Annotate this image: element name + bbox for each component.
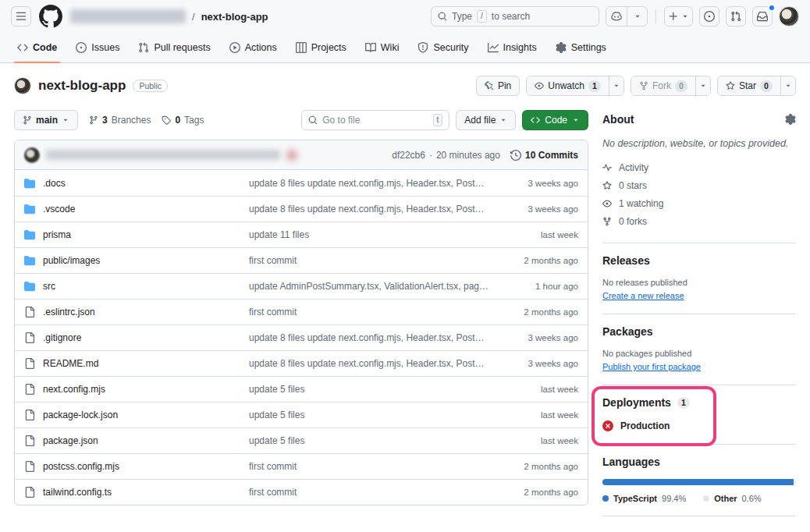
language-legend-typescript[interactable]: TypeScript99.4% bbox=[602, 494, 686, 503]
repo-owner-avatar[interactable] bbox=[14, 77, 31, 94]
redacted-commit-message[interactable] bbox=[46, 150, 280, 160]
about-meta-list: Activity0 stars1 watching0 forks bbox=[602, 158, 796, 230]
latest-commit-bar: df22cb6 · 20 minutes ago 10 Commits bbox=[15, 140, 588, 170]
tab-label: Pull requests bbox=[154, 42, 210, 53]
tab-insights[interactable]: Insights bbox=[481, 33, 543, 62]
repo-title[interactable]: next-blog-app bbox=[38, 78, 126, 94]
about-meta-0-forks[interactable]: 0 forks bbox=[602, 212, 796, 230]
tab-security[interactable]: Security bbox=[411, 33, 474, 62]
branches-link[interactable]: 3 Branches bbox=[83, 115, 157, 126]
file-link-package-lock.json[interactable]: package-lock.json bbox=[24, 410, 249, 420]
repo-actions: Pin Unwatch 1 Fork 0 Star 0 bbox=[476, 76, 796, 96]
file-icon bbox=[24, 461, 35, 472]
star-button[interactable]: Star 0 bbox=[718, 76, 780, 95]
file-link-next.config.mjs[interactable]: next.config.mjs bbox=[24, 384, 249, 395]
file-link-tailwind.config.ts[interactable]: tailwind.config.ts bbox=[24, 487, 249, 498]
tab-code[interactable]: Code bbox=[11, 33, 63, 62]
branch-toolbar: main 3 Branches 0 Tags t Add f bbox=[14, 110, 588, 130]
watch-dropdown-button[interactable] bbox=[609, 76, 623, 95]
folder-link-.docs[interactable]: .docs bbox=[24, 178, 249, 189]
file-link-postcss.config.mjs[interactable]: postcss.config.mjs bbox=[24, 461, 249, 472]
git-pull-request-icon bbox=[730, 11, 741, 22]
commit-message-link[interactable]: update 5 files bbox=[249, 410, 499, 420]
language-legend-other[interactable]: Other0.6% bbox=[703, 494, 761, 503]
copilot-icon bbox=[611, 11, 622, 22]
github-logo[interactable] bbox=[39, 5, 62, 28]
add-file-button[interactable]: Add file bbox=[456, 110, 516, 130]
file-link-package.json[interactable]: package.json bbox=[24, 435, 249, 446]
tag-icon bbox=[162, 115, 171, 125]
folder-link-prisma[interactable]: prisma bbox=[24, 229, 249, 240]
file-link-.gitignore[interactable]: .gitignore bbox=[24, 332, 249, 343]
folder-link-.vscode[interactable]: .vscode bbox=[24, 204, 249, 215]
star-dropdown-button[interactable] bbox=[780, 76, 795, 95]
tags-label: Tags bbox=[184, 115, 204, 126]
commit-hash-link[interactable]: df22cb6 bbox=[392, 150, 425, 161]
branch-selector-button[interactable]: main bbox=[14, 110, 78, 130]
tab-label: Insights bbox=[503, 42, 537, 53]
pin-icon bbox=[485, 81, 494, 90]
pin-button[interactable]: Pin bbox=[476, 76, 520, 96]
user-avatar[interactable] bbox=[779, 6, 799, 27]
global-search-input[interactable]: Type / to search bbox=[431, 6, 599, 27]
issues-global-button[interactable] bbox=[699, 6, 719, 27]
tab-label: Issues bbox=[91, 42, 119, 53]
tags-link[interactable]: 0 Tags bbox=[162, 115, 210, 126]
tab-label: Actions bbox=[245, 42, 277, 53]
about-meta-1-watching[interactable]: 1 watching bbox=[602, 194, 796, 212]
tab-pull-requests[interactable]: Pull requests bbox=[132, 33, 216, 62]
commit-message-link[interactable]: update 8 files update next.config.mjs, H… bbox=[249, 204, 499, 215]
about-meta-activity[interactable]: Activity bbox=[602, 158, 796, 176]
entry-name: postcss.config.mjs bbox=[43, 461, 119, 472]
inbox-wrapper bbox=[752, 6, 773, 27]
folder-link-public/images[interactable]: public/images bbox=[24, 255, 249, 266]
commit-message-link[interactable]: update AdminPostSummary.tsx, ValidationA… bbox=[249, 281, 499, 292]
unwatch-button[interactable]: Unwatch 1 bbox=[527, 76, 609, 95]
file-link-.eslintrc.json[interactable]: .eslintrc.json bbox=[24, 307, 249, 317]
copilot-button[interactable] bbox=[606, 7, 627, 26]
code-dropdown-button[interactable]: Code bbox=[522, 110, 588, 130]
commit-message-link[interactable]: update 5 files bbox=[249, 384, 499, 395]
about-meta-0-stars[interactable]: 0 stars bbox=[602, 176, 796, 194]
publish-package-link[interactable]: Publish your first package bbox=[602, 362, 701, 371]
entry-name: prisma bbox=[43, 229, 71, 240]
commit-message-link[interactable]: update 8 files update next.config.mjs, H… bbox=[249, 358, 499, 369]
deployment-production[interactable]: Production bbox=[602, 420, 796, 431]
commit-message-link[interactable]: first commit bbox=[249, 461, 499, 472]
commit-message-link[interactable]: update 5 files bbox=[249, 435, 499, 446]
breadcrumb-repo-link[interactable]: next-blog-app bbox=[201, 11, 268, 23]
tab-projects[interactable]: Projects bbox=[290, 33, 353, 62]
create-release-link[interactable]: Create a new release bbox=[602, 291, 684, 300]
commit-message-link[interactable]: update 8 files update next.config.mjs, H… bbox=[249, 332, 499, 343]
file-link-README.md[interactable]: README.md bbox=[24, 358, 249, 369]
deployments-title[interactable]: Deployments bbox=[602, 396, 671, 409]
tab-issues[interactable]: Issues bbox=[69, 33, 126, 62]
redacted-username[interactable] bbox=[70, 9, 186, 23]
create-new-dropdown-button[interactable] bbox=[664, 6, 693, 27]
copilot-dropdown-button[interactable] bbox=[627, 7, 647, 26]
commit-message-link[interactable]: first commit bbox=[249, 487, 499, 498]
languages-title: Languages bbox=[602, 456, 660, 468]
folder-icon bbox=[24, 178, 35, 189]
releases-empty-text: No releases published bbox=[602, 278, 796, 287]
commit-message-link[interactable]: first commit bbox=[249, 307, 499, 317]
fork-dropdown-button[interactable] bbox=[695, 76, 710, 95]
commit-history-link[interactable]: 10 Commits bbox=[510, 150, 578, 161]
tab-settings[interactable]: Settings bbox=[549, 33, 613, 62]
eye-icon bbox=[535, 81, 544, 90]
fork-button[interactable]: Fork 0 bbox=[631, 76, 695, 95]
pull-requests-global-button[interactable] bbox=[726, 6, 746, 27]
gear-icon[interactable] bbox=[785, 114, 796, 125]
tab-actions[interactable]: Actions bbox=[223, 33, 283, 62]
commit-author-avatar[interactable] bbox=[24, 147, 40, 163]
toolbar-right: t Add file Code bbox=[301, 110, 588, 130]
hamburger-menu-button[interactable] bbox=[11, 6, 31, 27]
chevron-down-icon bbox=[613, 82, 620, 90]
releases-title: Releases bbox=[602, 254, 650, 267]
folder-link-src[interactable]: src bbox=[24, 281, 249, 292]
commit-message-link[interactable]: update 11 files bbox=[249, 229, 499, 240]
commit-message-link[interactable]: update 8 files update next.config.mjs, H… bbox=[249, 178, 499, 189]
goto-file-input[interactable] bbox=[322, 115, 428, 126]
tab-wiki[interactable]: Wiki bbox=[359, 33, 406, 62]
commit-message-link[interactable]: first commit bbox=[249, 255, 499, 266]
